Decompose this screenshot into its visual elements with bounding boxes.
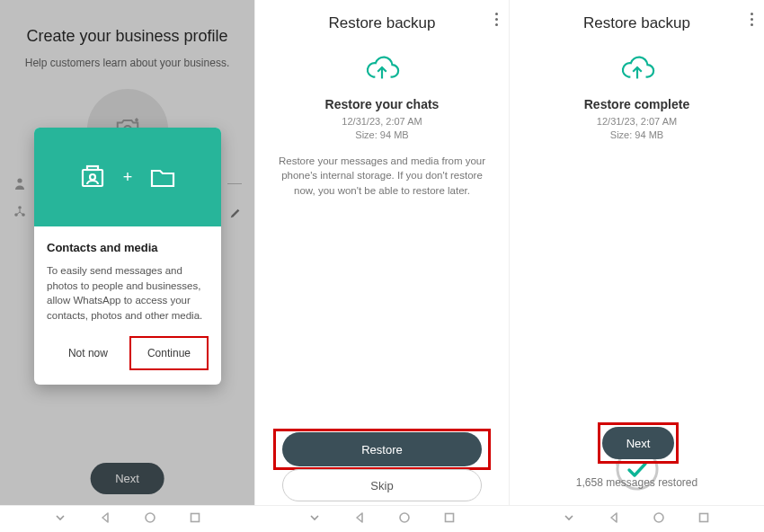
dialog-title: Contacts and media [47,241,209,254]
svg-rect-12 [445,513,453,521]
android-nav [254,506,509,532]
back-icon[interactable] [608,511,620,528]
android-nav [0,506,254,532]
panel-business-profile: Create your business profile Help custom… [0,0,254,505]
svg-point-13 [654,513,663,522]
appbar-title: Restore backup [328,14,435,32]
highlight-box: Continue [129,336,209,370]
highlight-box: Next [598,422,679,464]
backup-size: Size: 94 MB [610,129,663,140]
permissions-dialog: + Contacts and media To easily send mess… [34,128,221,385]
cloud-upload-icon [255,52,509,88]
recent-apps-icon[interactable] [443,511,456,528]
backup-meta: 12/31/23, 2:07 AM Size: 94 MB [255,115,509,143]
recent-apps-icon[interactable] [189,511,201,528]
chevron-down-icon[interactable] [563,511,575,528]
plus-icon: + [123,168,133,187]
appbar-title: Restore backup [583,14,690,32]
contact-card-icon [78,163,107,191]
next-button[interactable]: Next [602,427,674,459]
android-nav [510,506,764,532]
svg-rect-6 [87,166,98,170]
home-icon[interactable] [653,511,665,528]
dialog-body-text: To easily send messages and photos to pe… [47,263,209,324]
folder-icon [148,163,177,191]
restored-count: 1,658 messages restored [510,476,764,489]
cloud-upload-icon [510,52,764,88]
restore-description: Restore your messages and media from you… [255,154,509,199]
section-title: Restore complete [510,97,764,111]
svg-point-9 [146,513,155,522]
not-now-button[interactable]: Not now [59,341,117,365]
appbar: Restore backup [510,0,764,47]
svg-point-7 [90,174,95,180]
overflow-menu-icon[interactable] [751,13,753,26]
svg-point-11 [400,513,409,522]
continue-button[interactable]: Continue [138,341,200,365]
back-icon[interactable] [99,511,111,528]
svg-rect-14 [700,513,708,521]
appbar: Restore backup [255,0,509,47]
backup-meta: 12/31/23, 2:07 AM Size: 94 MB [510,115,764,143]
panel-restore-complete: Restore backup Restore complete 12/31/23… [509,0,764,505]
backup-date: 12/31/23, 2:07 AM [342,116,422,127]
home-icon[interactable] [398,511,411,528]
dialog-header: + [34,128,221,226]
recent-apps-icon[interactable] [697,511,710,528]
panel-restore-backup: Restore backup Restore your chats 12/31/… [254,0,509,505]
backup-date: 12/31/23, 2:07 AM [597,116,677,127]
section-title: Restore your chats [255,97,509,111]
svg-rect-10 [191,513,199,521]
svg-rect-5 [83,170,102,186]
overflow-menu-icon[interactable] [495,13,498,26]
skip-button[interactable]: Skip [282,469,482,501]
chevron-down-icon[interactable] [308,511,321,528]
home-icon[interactable] [144,511,156,528]
back-icon[interactable] [353,511,366,528]
backup-size: Size: 94 MB [355,129,408,140]
chevron-down-icon[interactable] [54,511,67,528]
android-nav-row [0,505,764,532]
